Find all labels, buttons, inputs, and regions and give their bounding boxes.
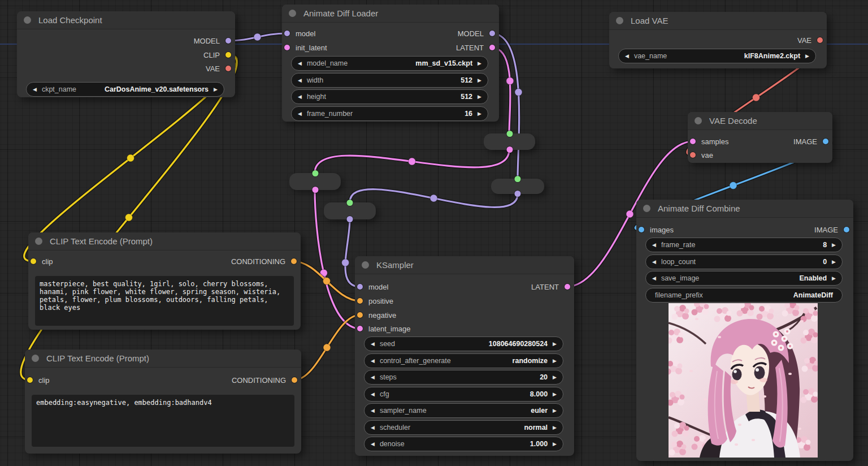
graph-canvas[interactable]: Load CheckpointMODELCLIPVAE◀ckpt_nameCar…	[0, 0, 868, 466]
input-port-images[interactable]	[639, 227, 644, 232]
increment-arrow-icon[interactable]: ▶	[472, 90, 488, 103]
increment-arrow-icon[interactable]: ▶	[472, 74, 488, 87]
input-port-model[interactable]	[284, 31, 290, 36]
reroute-input-port[interactable]	[506, 131, 513, 137]
collapse-dot-icon[interactable]	[24, 16, 31, 24]
decrement-arrow-icon[interactable]: ◀	[364, 354, 380, 368]
widget-frame_number[interactable]: ◀frame_number16▶	[291, 106, 488, 121]
increment-arrow-icon[interactable]: ▶	[472, 57, 488, 70]
increment-arrow-icon[interactable]: ▶	[472, 107, 488, 120]
node-clip-text-encode-positive[interactable]: CLIP Text Encode (Prompt)clipCONDITIONIN…	[28, 232, 301, 330]
widget-cfg[interactable]: ◀cfg8.000▶	[364, 387, 563, 402]
widget-control_after_generate[interactable]: ◀control_after_generaterandomize▶	[364, 353, 563, 368]
link-midpoint-dot[interactable]	[430, 195, 437, 202]
widget-width[interactable]: ◀width512▶	[291, 73, 488, 88]
increment-arrow-icon[interactable]: ▶	[548, 404, 563, 417]
output-port-VAE[interactable]	[225, 66, 231, 71]
node-animate-diff-loader[interactable]: Animate Diff Loadermodelinit_latentMODEL…	[282, 5, 499, 122]
input-port-negative[interactable]	[357, 312, 363, 318]
increment-arrow-icon[interactable]: ▶	[548, 337, 563, 351]
output-port-VAE[interactable]	[817, 37, 823, 43]
increment-arrow-icon[interactable]: ▶	[827, 238, 842, 252]
decrement-arrow-icon[interactable]: ◀	[364, 370, 380, 384]
prompt-text-input[interactable]: embedding:easynegative, embedding:badhan…	[32, 395, 294, 447]
output-port-CLIP[interactable]	[225, 52, 231, 58]
reroute-output-port[interactable]	[347, 216, 353, 222]
decrement-arrow-icon[interactable]: ◀	[27, 83, 42, 96]
increment-arrow-icon[interactable]: ▶	[827, 271, 842, 285]
decrement-arrow-icon[interactable]: ◀	[292, 90, 307, 103]
node-title-bar[interactable]: CLIP Text Encode (Prompt)	[28, 232, 301, 251]
decrement-arrow-icon[interactable]: ◀	[292, 107, 307, 120]
widget-save_image[interactable]: ◀save_imageEnabled▶	[645, 271, 843, 286]
increment-arrow-icon[interactable]: ▶	[548, 387, 563, 401]
node-title-bar[interactable]: KSampler	[355, 256, 574, 274]
link-midpoint-dot[interactable]	[515, 89, 522, 96]
link-midpoint-dot[interactable]	[506, 77, 514, 85]
output-port-MODEL[interactable]	[225, 38, 231, 44]
node-title-bar[interactable]: VAE Decode	[688, 112, 832, 130]
widget-sampler_name[interactable]: ◀sampler_nameeuler▶	[364, 403, 563, 418]
widget-height[interactable]: ◀height512▶	[291, 89, 488, 104]
node-title-bar[interactable]: Load Checkpoint	[17, 11, 235, 29]
node-reroute-latent-a[interactable]	[289, 173, 341, 190]
output-port-IMAGE[interactable]	[823, 139, 828, 144]
decrement-arrow-icon[interactable]: ◀	[646, 271, 661, 285]
node-reroute-model-a[interactable]	[324, 202, 376, 219]
node-title-bar[interactable]: Load VAE	[609, 12, 827, 30]
output-port-CONDITIONING[interactable]	[291, 258, 297, 264]
input-port-latent_image[interactable]	[357, 326, 363, 331]
increment-arrow-icon[interactable]: ▶	[827, 255, 842, 269]
widget-filename_prefix[interactable]: filename_prefixAnimateDiff	[645, 288, 843, 303]
widget-loop_count[interactable]: ◀loop_count0▶	[645, 254, 843, 269]
decrement-arrow-icon[interactable]: ◀	[292, 74, 307, 87]
increment-arrow-icon[interactable]: ▶	[548, 370, 563, 384]
reroute-output-port[interactable]	[312, 187, 318, 193]
reroute-input-port[interactable]	[312, 170, 318, 176]
output-port-MODEL[interactable]	[489, 31, 495, 36]
increment-arrow-icon[interactable]: ▶	[548, 421, 563, 434]
decrement-arrow-icon[interactable]: ◀	[364, 437, 380, 451]
input-port-positive[interactable]	[357, 298, 363, 304]
increment-arrow-icon[interactable]: ▶	[800, 49, 815, 63]
node-title-bar[interactable]: Animate Diff Combine	[636, 200, 853, 218]
collapse-dot-icon[interactable]	[362, 261, 369, 269]
node-load-checkpoint[interactable]: Load CheckpointMODELCLIPVAE◀ckpt_nameCar…	[17, 11, 235, 97]
node-title-bar[interactable]: Animate Diff Loader	[282, 5, 499, 23]
input-port-clip[interactable]	[31, 258, 36, 264]
increment-arrow-icon[interactable]: ▶	[548, 437, 563, 451]
node-load-vae[interactable]: Load VAEVAE◀vae_nameklF8Anime2.ckpt▶	[609, 12, 827, 68]
node-ksampler[interactable]: KSamplermodelpositivenegativelatent_imag…	[355, 256, 574, 456]
output-port-CONDITIONING[interactable]	[292, 377, 297, 383]
decrement-arrow-icon[interactable]: ◀	[619, 49, 634, 63]
widget-ckpt_name[interactable]: ◀ckpt_nameCarDosAnime_v20.safetensors▶	[26, 82, 224, 97]
link-midpoint-dot[interactable]	[730, 182, 737, 189]
node-title-bar[interactable]: CLIP Text Encode (Prompt)	[25, 350, 301, 368]
widget-seed[interactable]: ◀seed108064690280524▶	[364, 336, 563, 351]
link-midpoint-dot[interactable]	[323, 344, 331, 351]
decrement-arrow-icon[interactable]: ◀	[646, 238, 661, 252]
input-port-model[interactable]	[357, 284, 363, 290]
node-animate-diff-combine[interactable]: Animate Diff CombineimagesIMAGE◀frame_ra…	[636, 200, 853, 461]
node-vae-decode[interactable]: VAE DecodesamplesvaeIMAGE	[688, 112, 832, 163]
reroute-input-port[interactable]	[515, 176, 521, 182]
link-midpoint-dot[interactable]	[254, 33, 261, 41]
link-midpoint-dot[interactable]	[323, 278, 331, 285]
reroute-input-port[interactable]	[347, 200, 353, 206]
input-port-vae[interactable]	[690, 152, 696, 158]
node-clip-text-encode-negative[interactable]: CLIP Text Encode (Prompt)clipCONDITIONIN…	[25, 350, 301, 454]
decrement-arrow-icon[interactable]: ◀	[292, 57, 307, 70]
widget-model_name[interactable]: ◀model_namemm_sd_v15.ckpt▶	[291, 56, 488, 71]
widget-steps[interactable]: ◀steps20▶	[364, 370, 563, 385]
output-port-LATENT[interactable]	[565, 284, 570, 290]
link-midpoint-dot[interactable]	[753, 94, 760, 101]
decrement-arrow-icon[interactable]: ◀	[646, 255, 661, 269]
input-port-clip[interactable]	[27, 377, 33, 383]
link-midpoint-dot[interactable]	[342, 259, 349, 266]
node-reroute-latent-b[interactable]	[484, 133, 535, 150]
collapse-dot-icon[interactable]	[643, 205, 650, 212]
link-midpoint-dot[interactable]	[409, 158, 416, 165]
output-port-IMAGE[interactable]	[844, 227, 849, 232]
collapse-dot-icon[interactable]	[616, 17, 623, 24]
collapse-dot-icon[interactable]	[35, 238, 42, 245]
